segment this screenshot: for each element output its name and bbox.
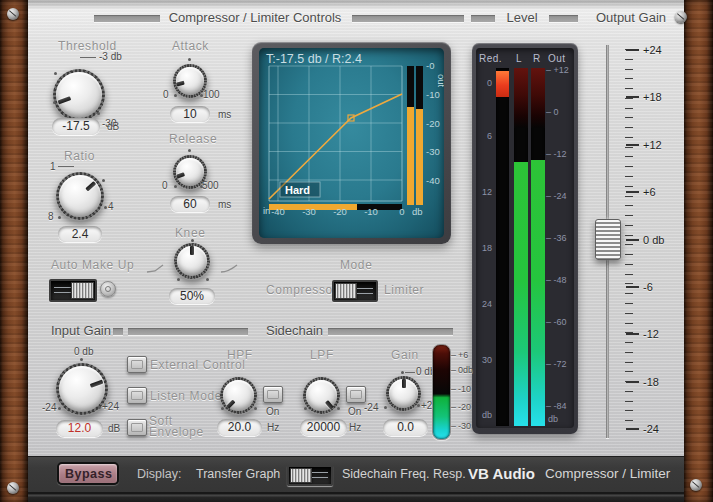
meter-signal	[531, 160, 545, 426]
hpf-on-checkbox[interactable]	[263, 386, 283, 403]
display-option-transfer-graph[interactable]: Transfer Graph	[196, 467, 280, 481]
left-column-header: L	[516, 53, 522, 64]
knee-label: Knee	[175, 226, 205, 240]
tick-dot	[206, 278, 209, 281]
svg-text:-20: -20	[333, 206, 347, 217]
header-bar	[113, 328, 123, 335]
tick-dot	[97, 112, 100, 115]
transfer-graph-screen: Hard T:-17.5 db / R:2.4 in -40 -30 -20 -…	[259, 48, 444, 238]
level-meter-panel: Red. L R Out 0 6 12 18 24 30 db +12 0 -1…	[472, 43, 578, 434]
hpf-knob[interactable]	[220, 377, 257, 414]
listen-mode-checkbox[interactable]	[127, 387, 147, 404]
ratio-tick-8: 8	[48, 211, 54, 222]
tick-dot	[401, 371, 404, 374]
hpf-unit: Hz	[267, 422, 279, 433]
scale-dash	[626, 333, 639, 335]
meter-signal	[514, 162, 528, 426]
tick-dot	[384, 406, 387, 409]
release-value[interactable]: 60	[170, 196, 210, 212]
graph-x-axis-label: in	[263, 205, 270, 216]
lpf-on-label: On	[348, 406, 361, 417]
tick-dot	[58, 407, 61, 410]
mode-switch[interactable]	[332, 280, 378, 302]
scale-dash	[626, 428, 639, 430]
display-option-sidechain-freq[interactable]: Sidechain Freq. Resp.	[342, 467, 466, 481]
output-gain-scale: +24 +18 +12 +6 0 db -6 -12 -18 -24	[626, 44, 684, 435]
plugin-window: Compressor / Limiter Controls Level Outp…	[0, 0, 713, 502]
wood-frame-left	[0, 0, 28, 502]
svg-text:-0: -0	[426, 60, 434, 71]
ratio-tick-line	[58, 166, 74, 167]
input-gain-unit: dB	[108, 423, 120, 434]
sidechain-gain-value[interactable]: 0.0	[383, 419, 428, 436]
tick-dot	[102, 179, 105, 182]
ratio-tick-1: 1	[50, 161, 56, 172]
screw-icon	[7, 482, 19, 494]
threshold-value[interactable]: -17.5	[52, 118, 100, 135]
svg-text:-40: -40	[426, 175, 440, 186]
attack-min-label: 0	[163, 89, 169, 100]
switch-track-lines	[312, 472, 328, 478]
switch-track-lines	[357, 288, 373, 295]
screw-icon	[675, 11, 687, 23]
attack-knob[interactable]	[173, 64, 207, 98]
bypass-button[interactable]: Bypass	[57, 462, 119, 485]
switch-track-lines	[54, 287, 71, 294]
switch-handle	[335, 283, 357, 299]
hpf-value[interactable]: 20.0	[217, 419, 262, 436]
tick-dot	[417, 404, 420, 407]
product-name: Compressor / Limiter	[545, 466, 670, 481]
screw-icon	[7, 8, 19, 20]
header-bar	[328, 328, 453, 335]
right-column-header: R	[533, 53, 541, 64]
tick-dot	[337, 407, 340, 410]
auto-makeup-reset-button[interactable]	[100, 281, 116, 297]
tick-dot	[58, 216, 61, 219]
tick-dot	[174, 185, 177, 188]
external-control-checkbox[interactable]	[127, 356, 147, 373]
display-label: Display:	[137, 467, 181, 481]
sidechain-gain-label: Gain	[391, 348, 419, 362]
release-label: Release	[169, 132, 217, 146]
release-min-label: 0	[162, 180, 168, 191]
graph-y-axis-label: out	[436, 74, 444, 88]
out-scale-unit: db	[548, 414, 558, 424]
mode-limiter-label: Limiter	[384, 283, 424, 297]
lpf-value[interactable]: 20000	[300, 419, 347, 436]
threshold-unit: dB	[107, 121, 119, 132]
hpf-on-label: On	[266, 406, 279, 417]
knee-value[interactable]: 50%	[169, 288, 215, 304]
input-gain-max-label: +24	[102, 401, 119, 412]
output-gain-slider-handle[interactable]	[595, 219, 621, 260]
soft-envelope-checkbox[interactable]	[127, 419, 147, 436]
ratio-knob[interactable]	[56, 172, 104, 220]
svg-text:-30: -30	[302, 206, 316, 217]
lpf-unit: Hz	[349, 422, 361, 433]
ratio-label: Ratio	[64, 149, 95, 163]
graph-title: T:-17.5 db / R:2.4	[266, 52, 362, 66]
soft-envelope-label: Soft Envelope	[149, 416, 203, 438]
display-switch[interactable]	[287, 465, 333, 486]
attack-label: Attack	[172, 39, 209, 53]
scale-dash	[626, 191, 639, 193]
attack-value[interactable]: 10	[170, 106, 210, 122]
scale-dash	[626, 144, 639, 146]
screw-icon	[690, 479, 702, 491]
input-gain-value[interactable]: 12.0	[56, 420, 103, 437]
switch-handle	[71, 282, 94, 299]
scale-dash	[626, 286, 639, 288]
out-column-header: Out	[548, 53, 566, 64]
lpf-knob[interactable]	[303, 377, 340, 414]
auto-makeup-label: Auto Make Up	[51, 258, 134, 272]
switch-handle	[290, 468, 312, 483]
scale-dash	[626, 381, 639, 383]
lpf-on-checkbox[interactable]	[346, 386, 366, 403]
sidechain-gain-knob[interactable]	[386, 376, 421, 411]
ratio-value[interactable]: 2.4	[58, 226, 102, 242]
svg-text:-30: -30	[426, 146, 440, 157]
auto-makeup-switch[interactable]	[49, 279, 97, 302]
knee-knob[interactable]	[174, 243, 210, 279]
knob-pointer	[190, 243, 194, 261]
reduction-meter-active	[496, 71, 509, 97]
lpf-label: LPF	[310, 348, 334, 362]
